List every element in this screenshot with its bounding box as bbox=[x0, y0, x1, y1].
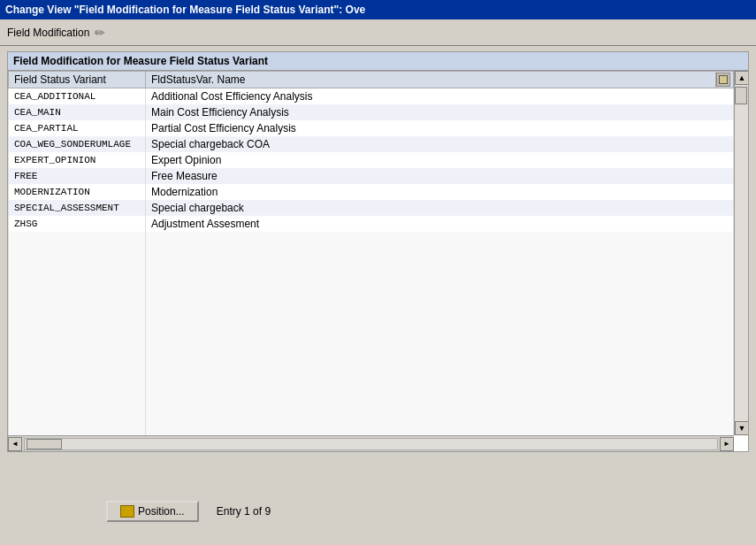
table-row[interactable]: FREEFree Measure bbox=[9, 168, 734, 184]
cell-empty-2 bbox=[146, 359, 734, 375]
scroll-thumb[interactable] bbox=[735, 87, 747, 104]
title-text: Change View "Field Modification for Meas… bbox=[5, 4, 365, 16]
cell-field-status-variant: COA_WEG_SONDERUMLAGE bbox=[9, 136, 146, 152]
cell-fld-status-var-name: Additional Cost Efficiency Analysis bbox=[146, 88, 734, 104]
table-row[interactable]: CEA_PARTIALPartial Cost Efficiency Analy… bbox=[9, 120, 734, 136]
table-header-row: Field Status Variant FldStatusVar. Name bbox=[9, 72, 734, 88]
table-row[interactable]: COA_WEG_SONDERUMLAGESpecial chargeback C… bbox=[9, 136, 734, 152]
cell-empty-1 bbox=[9, 248, 146, 264]
footer: Position... Entry 1 of 9 bbox=[0, 495, 756, 527]
scroll-left-button[interactable]: ◄ bbox=[8, 437, 22, 451]
table-row-empty bbox=[9, 296, 734, 311]
col-header-field-status-variant: Field Status Variant bbox=[9, 72, 146, 88]
horizontal-scrollbar: ◄ ► bbox=[8, 435, 734, 451]
cell-fld-status-var-name: Special chargeback COA bbox=[146, 136, 734, 152]
panel: Field Modification for Measure Field Sta… bbox=[7, 51, 749, 452]
cell-fld-status-var-name: Special chargeback bbox=[146, 200, 734, 216]
cell-empty-2 bbox=[146, 264, 734, 280]
edit-icon[interactable]: ✏ bbox=[93, 26, 107, 40]
cell-empty-2 bbox=[146, 343, 734, 359]
table-scroll-area: Field Status Variant FldStatusVar. Name bbox=[8, 71, 734, 451]
cell-empty-2 bbox=[146, 375, 734, 391]
scroll-up-button[interactable]: ▲ bbox=[735, 71, 748, 85]
cell-empty-1 bbox=[9, 407, 146, 423]
table-row-empty bbox=[9, 264, 734, 280]
table-row-empty bbox=[9, 327, 734, 343]
table-container: Field Status Variant FldStatusVar. Name bbox=[8, 71, 748, 451]
table-row[interactable]: EXPERT_OPINIONExpert Opinion bbox=[9, 152, 734, 168]
cell-field-status-variant: EXPERT_OPINION bbox=[9, 152, 146, 168]
table-row-empty bbox=[9, 248, 734, 264]
position-button-label: Position... bbox=[138, 505, 185, 518]
col-header-icon bbox=[716, 72, 734, 88]
cell-empty-1 bbox=[9, 375, 146, 391]
cell-empty-1 bbox=[9, 296, 146, 311]
cell-empty-2 bbox=[146, 280, 734, 296]
cell-field-status-variant: CEA_MAIN bbox=[9, 104, 146, 120]
position-button-icon bbox=[120, 505, 134, 518]
toolbar: Field Modification ✏ bbox=[0, 19, 756, 46]
scroll-track bbox=[735, 85, 748, 421]
table-row-empty bbox=[9, 311, 734, 327]
main-content: Field Modification for Measure Field Sta… bbox=[0, 46, 756, 457]
cell-empty-2 bbox=[146, 296, 734, 311]
cell-empty-1 bbox=[9, 359, 146, 375]
cell-field-status-variant: SPECIAL_ASSESSMENT bbox=[9, 200, 146, 216]
cell-fld-status-var-name: Modernization bbox=[146, 184, 734, 200]
table-row-empty bbox=[9, 391, 734, 407]
cell-fld-status-var-name: Main Cost Efficiency Analysis bbox=[146, 104, 734, 120]
column-settings-icon[interactable] bbox=[716, 73, 730, 87]
table-row-empty bbox=[9, 407, 734, 423]
cell-fld-status-var-name: Free Measure bbox=[146, 168, 734, 184]
panel-header: Field Modification for Measure Field Sta… bbox=[8, 52, 748, 71]
cell-field-status-variant: FREE bbox=[9, 168, 146, 184]
cell-fld-status-var-name: Partial Cost Efficiency Analysis bbox=[146, 120, 734, 136]
cell-empty-1 bbox=[9, 280, 146, 296]
cell-field-status-variant: ZHSG bbox=[9, 216, 146, 232]
cell-empty-2 bbox=[146, 311, 734, 327]
cell-field-status-variant: CEA_PARTIAL bbox=[9, 120, 146, 136]
cell-field-status-variant: MODERNIZATION bbox=[9, 184, 146, 200]
cell-fld-status-var-name: Adjustment Assesment bbox=[146, 216, 734, 232]
toolbar-label: Field Modification bbox=[7, 27, 89, 39]
table-row-empty bbox=[9, 280, 734, 296]
vertical-scrollbar: ▲ ▼ bbox=[734, 71, 748, 435]
entry-info: Entry 1 of 9 bbox=[217, 505, 271, 518]
cell-empty-2 bbox=[146, 327, 734, 343]
h-scroll-track bbox=[24, 438, 718, 450]
cell-empty-2 bbox=[146, 391, 734, 407]
cell-field-status-variant: CEA_ADDITIONAL bbox=[9, 88, 146, 104]
data-table: Field Status Variant FldStatusVar. Name bbox=[8, 71, 734, 451]
position-button[interactable]: Position... bbox=[106, 501, 199, 522]
scroll-right-button[interactable]: ► bbox=[720, 437, 734, 451]
table-row[interactable]: ZHSGAdjustment Assesment bbox=[9, 216, 734, 232]
table-row[interactable]: CEA_MAINMain Cost Efficiency Analysis bbox=[9, 104, 734, 120]
col-header-fld-status-var-name: FldStatusVar. Name bbox=[146, 72, 716, 88]
table-row[interactable]: SPECIAL_ASSESSMENTSpecial chargeback bbox=[9, 200, 734, 216]
cell-empty-1 bbox=[9, 311, 146, 327]
cell-empty-2 bbox=[146, 248, 734, 264]
scroll-down-button[interactable]: ▼ bbox=[735, 421, 748, 435]
table-row-empty bbox=[9, 375, 734, 391]
cell-empty-2 bbox=[146, 232, 734, 248]
table-row[interactable]: MODERNIZATIONModernization bbox=[9, 184, 734, 200]
table-row[interactable]: CEA_ADDITIONALAdditional Cost Efficiency… bbox=[9, 88, 734, 104]
table-row-empty bbox=[9, 359, 734, 375]
cell-empty-1 bbox=[9, 327, 146, 343]
cell-empty-1 bbox=[9, 264, 146, 280]
table-body: CEA_ADDITIONALAdditional Cost Efficiency… bbox=[9, 88, 734, 452]
title-bar: Change View "Field Modification for Meas… bbox=[0, 0, 756, 19]
cell-empty-1 bbox=[9, 232, 146, 248]
table-row-empty bbox=[9, 232, 734, 248]
cell-empty-1 bbox=[9, 391, 146, 407]
h-scroll-thumb[interactable] bbox=[27, 439, 62, 449]
cell-empty-2 bbox=[146, 407, 734, 423]
cell-empty-1 bbox=[9, 343, 146, 359]
cell-fld-status-var-name: Expert Opinion bbox=[146, 152, 734, 168]
table-row-empty bbox=[9, 343, 734, 359]
